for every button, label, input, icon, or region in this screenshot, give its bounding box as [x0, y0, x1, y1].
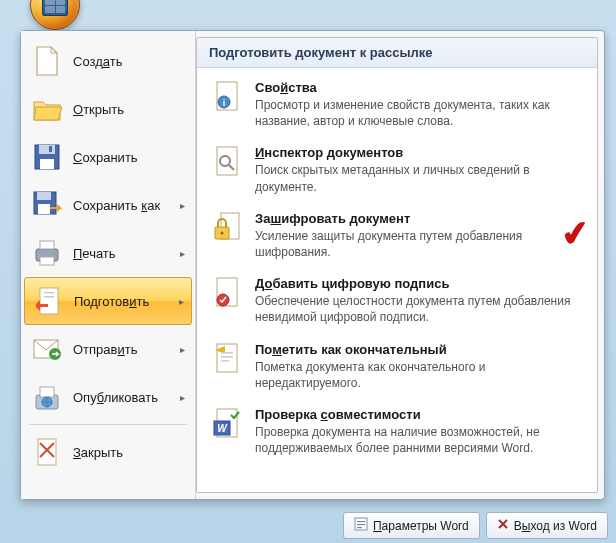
menu-item-label: Опубликовать — [73, 390, 176, 405]
open-folder-icon — [31, 93, 63, 125]
submenu-arrow-icon: ▸ — [180, 248, 185, 259]
submenu-item-title: Добавить цифровую подпись — [255, 276, 585, 291]
right-submenu-pane: Подготовить документ к рассылке iСвойств… — [196, 37, 598, 493]
inspect-icon — [209, 145, 243, 179]
menu-item-label: Отправить — [73, 342, 176, 357]
word-options-button[interactable]: Параметры Word — [343, 512, 480, 539]
svg-rect-5 — [37, 192, 51, 200]
svg-point-29 — [221, 231, 224, 234]
submenu-item-title: Свойства — [255, 80, 585, 95]
menu-item-label: Открыть — [73, 102, 185, 117]
svg-text:i: i — [223, 98, 226, 108]
svg-rect-13 — [44, 292, 54, 294]
submenu-item-desc: Просмотр и изменение свойств документа, … — [255, 97, 585, 129]
svg-rect-1 — [39, 145, 55, 154]
submenu-item-encrypt[interactable]: Зашифровать документУсиление защиты доку… — [197, 203, 597, 268]
menu-item-label: Подготовить — [74, 294, 175, 309]
publish-icon — [31, 381, 63, 413]
svg-point-10 — [53, 252, 56, 255]
svg-rect-42 — [357, 527, 362, 528]
submenu-item-desc: Пометка документа как окончательного и н… — [255, 359, 585, 391]
menu-item-label: Сохранить как — [73, 198, 176, 213]
submenu-item-title: Инспектор документов — [255, 145, 585, 160]
submenu-header: Подготовить документ к рассылке — [197, 38, 597, 68]
encrypt-icon — [209, 211, 243, 245]
prepare-icon — [32, 285, 64, 317]
menu-item-label: Печать — [73, 246, 176, 261]
menu-item-send-mail[interactable]: Отправить▸ — [21, 325, 195, 373]
office-menu: СоздатьОткрытьСохранитьСохранить как▸Печ… — [20, 30, 605, 500]
submenu-arrow-icon: ▸ — [179, 296, 184, 307]
menu-item-print[interactable]: Печать▸ — [21, 229, 195, 277]
menu-item-new-doc[interactable]: Создать — [21, 37, 195, 85]
submenu-item-final[interactable]: Пометить как окончательныйПометка докуме… — [197, 334, 597, 399]
submenu-item-title: Пометить как окончательный — [255, 342, 585, 357]
submenu-item-inspect[interactable]: Инспектор документовПоиск скрытых метада… — [197, 137, 597, 202]
menu-item-label: Закрыть — [73, 445, 185, 460]
signature-icon — [209, 276, 243, 310]
submenu-arrow-icon: ▸ — [180, 344, 185, 355]
svg-text:W: W — [217, 423, 228, 434]
menu-item-publish[interactable]: Опубликовать▸ — [21, 373, 195, 421]
submenu-arrow-icon: ▸ — [180, 200, 185, 211]
word-options-label: Параметры Word — [373, 519, 469, 533]
save-as-icon — [31, 189, 63, 221]
send-mail-icon — [31, 333, 63, 365]
menu-item-open-folder[interactable]: Открыть — [21, 85, 195, 133]
menu-item-save-disk[interactable]: Сохранить — [21, 133, 195, 181]
final-icon — [209, 342, 243, 376]
submenu-item-properties[interactable]: iСвойстваПросмотр и изменение свойств до… — [197, 72, 597, 137]
options-icon — [354, 517, 368, 534]
svg-rect-41 — [357, 524, 365, 525]
bottom-bar: Параметры Word Выход из Word — [343, 512, 608, 539]
print-icon — [31, 237, 63, 269]
submenu-item-desc: Обеспечение целостности документа путем … — [255, 293, 585, 325]
submenu-item-desc: Проверка документа на наличие возможност… — [255, 424, 585, 456]
svg-rect-8 — [40, 241, 54, 249]
svg-rect-11 — [40, 288, 58, 314]
svg-rect-18 — [40, 387, 54, 397]
office-button[interactable] — [30, 0, 80, 30]
submenu-item-compat[interactable]: WПроверка совместимостиПроверка документ… — [197, 399, 597, 464]
new-doc-icon — [31, 45, 63, 77]
exit-word-button[interactable]: Выход из Word — [486, 512, 608, 539]
svg-rect-34 — [221, 356, 233, 358]
submenu-arrow-icon: ▸ — [180, 392, 185, 403]
close-doc-icon — [31, 436, 63, 468]
submenu-item-desc: Поиск скрытых метаданных и личных сведен… — [255, 162, 585, 194]
submenu-item-desc: Усиление защиты документа путем добавлен… — [255, 228, 585, 260]
svg-rect-2 — [40, 159, 54, 169]
office-logo-icon — [42, 0, 68, 16]
menu-item-label: Сохранить — [73, 150, 185, 165]
svg-rect-6 — [38, 204, 50, 214]
svg-rect-14 — [44, 296, 54, 298]
menu-item-prepare[interactable]: Подготовить▸ — [24, 277, 192, 325]
svg-rect-35 — [221, 360, 229, 362]
svg-rect-40 — [357, 521, 365, 522]
svg-rect-3 — [49, 146, 52, 152]
menu-item-close-doc[interactable]: Закрыть — [21, 428, 195, 476]
close-icon — [497, 518, 509, 533]
submenu-item-signature[interactable]: Добавить цифровую подписьОбеспечение цел… — [197, 268, 597, 333]
exit-word-label: Выход из Word — [514, 519, 597, 533]
properties-icon: i — [209, 80, 243, 114]
save-disk-icon — [31, 141, 63, 173]
left-menu-pane: СоздатьОткрытьСохранитьСохранить как▸Печ… — [21, 31, 196, 499]
svg-rect-33 — [221, 352, 233, 354]
submenu-item-title: Проверка совместимости — [255, 407, 585, 422]
menu-divider — [29, 424, 187, 425]
menu-item-save-as[interactable]: Сохранить как▸ — [21, 181, 195, 229]
submenu-item-title: Зашифровать документ — [255, 211, 585, 226]
compat-icon: W — [209, 407, 243, 441]
menu-item-label: Создать — [73, 54, 185, 69]
svg-rect-9 — [40, 257, 54, 265]
